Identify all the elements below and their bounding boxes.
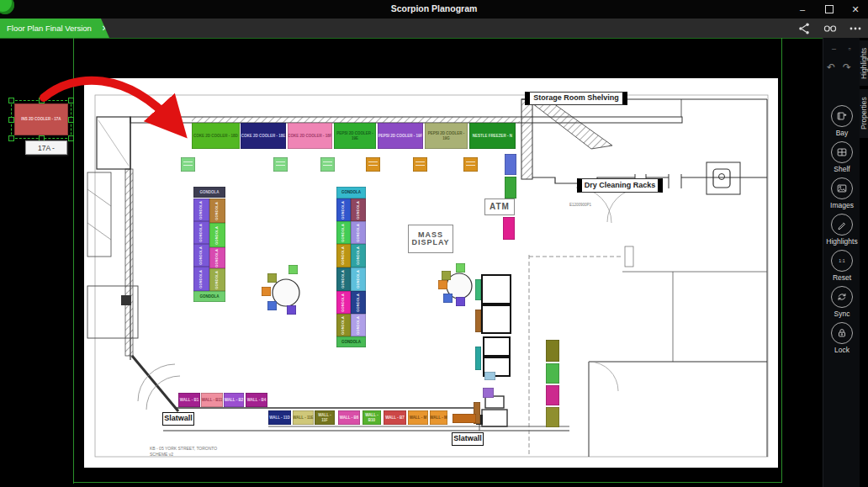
panel-tab-highlights[interactable]: Highlights [860,40,868,86]
wall-block[interactable]: WALL - B11 [201,393,223,407]
table-display-item[interactable] [267,273,277,283]
gondola-end-cap[interactable]: GONDOLA [193,187,225,198]
image-selection-frame-right[interactable] [781,38,782,483]
atm-label[interactable]: ATM [484,199,515,215]
cooler-block[interactable]: COKE 2D COOLER - 18F [288,123,332,149]
equipment-block[interactable] [484,372,495,380]
share-icon[interactable] [797,22,812,35]
mini-display-block[interactable] [273,157,288,172]
table-display-item[interactable] [267,301,277,310]
selection-handle[interactable] [39,98,45,103]
gondola-section[interactable]: GONDOLA [193,267,209,291]
image-selection-frame-bottom[interactable] [73,482,782,483]
gondola-section[interactable]: GONDOLA [336,221,351,244]
slatwall-label[interactable]: Slatwall [162,412,194,426]
wall-block[interactable]: WALL - M [430,410,447,425]
gondola-section[interactable]: GONDOLA [351,199,366,221]
shelf-strip-block[interactable] [475,310,481,332]
gondola-end-cap[interactable]: GONDOLA [193,291,225,302]
slatwall-label[interactable]: Slatwall [452,432,484,446]
panel-collapse-controls[interactable]: – ▫ [832,45,856,53]
tool-lock[interactable]: Lock [831,322,853,354]
gondola-section[interactable]: GONDOLA [351,314,366,336]
gondola-end-cap[interactable]: GONDOLA [336,187,366,199]
selection-handle[interactable] [68,135,74,141]
shelf-strip-block[interactable] [475,347,481,370]
table-display-item[interactable] [443,294,453,303]
tool-images[interactable]: Images [830,177,854,209]
selection-handle[interactable] [68,98,74,103]
cooler-block[interactable]: PEPSI 2D COOLER - 19E [334,123,376,149]
cooler-block[interactable]: COKE 2D COOLER - 18D [192,123,240,149]
equipment-block[interactable] [483,388,494,398]
mini-display-block[interactable] [320,157,335,172]
mass-display-label[interactable]: MASS DISPLAY [408,225,453,253]
image-selection-frame-left[interactable] [73,38,74,484]
table-display-item[interactable] [456,263,465,273]
binoculars-icon[interactable] [823,22,838,35]
table-display-item[interactable] [262,287,271,296]
dry-cleaning-racks-label[interactable]: Dry Cleaning Racks [577,178,663,193]
ins-2d-cooler-block[interactable]: INS 2D COOLER - 17A [14,103,68,135]
table-display-item[interactable] [442,271,451,280]
wall-strip-block[interactable] [505,177,516,199]
gondola-section[interactable]: GONDOLA [336,267,351,291]
gondola-section[interactable]: GONDOLA [193,244,209,267]
mini-display-block[interactable] [413,157,427,172]
wall-block[interactable]: WALL - B4 [246,393,267,407]
wall-block[interactable] [453,414,476,423]
selection-handle[interactable] [8,98,14,103]
table-display-item[interactable] [287,305,296,315]
gondola-section[interactable]: GONDOLA [336,291,351,314]
wall-block[interactable]: WALL - B7 [384,410,406,425]
wall-strip-block[interactable] [503,217,515,240]
wall-block[interactable]: WALL - M [408,410,428,425]
tool-shelf[interactable]: Shelf [831,141,853,173]
mini-display-block[interactable] [181,157,195,172]
selection-handle[interactable] [68,117,74,123]
table-display-item[interactable] [438,280,447,289]
mini-display-block[interactable] [463,157,478,172]
table-display-item[interactable] [456,297,465,306]
cooler-block[interactable]: PEPSI 2D COOLER - 19G [425,123,468,149]
shelf-strip-block[interactable] [475,279,481,300]
gondola-end-cap[interactable]: GONDOLA [336,336,366,347]
wall-block[interactable]: WALL - B10 [363,410,381,425]
floorplan-canvas[interactable]: COKE 2D COOLER - 18DCOKE 2D COOLER - 18E… [84,78,778,468]
wall-block[interactable]: WALL - 11D [268,410,291,425]
wall-block[interactable]: WALL - 11E [293,410,314,425]
wall-stack-block[interactable] [546,407,559,427]
cooler-block[interactable]: COKE 2D COOLER - 18E [241,123,286,149]
undo-icon[interactable]: ↶ [827,61,843,73]
cooler-block[interactable]: NESTLE FREEZER - N [469,123,516,149]
tab-floor-plan-final-version[interactable]: Floor Plan Final Version ✕ [0,19,109,38]
redo-icon[interactable]: ↷ [843,61,859,73]
wall-block[interactable]: WALL - B1 [178,393,200,407]
gondola-section[interactable]: GONDOLA [351,221,366,244]
gondola-section[interactable]: GONDOLA [336,199,351,221]
gondola-section[interactable]: GONDOLA [351,244,366,267]
mini-display-block[interactable] [366,157,380,172]
tool-bay[interactable]: Bay [831,105,853,137]
gondola-section[interactable]: GONDOLA [351,267,366,291]
more-options-icon[interactable] [848,22,863,35]
wall-stack-block[interactable] [546,385,559,405]
gondola-section[interactable]: GONDOLA [209,247,225,268]
selection-handle[interactable] [8,117,14,123]
tool-reset[interactable]: 1:1Reset [831,250,853,282]
wall-stack-block[interactable] [546,340,559,362]
tool-highlights[interactable]: Highlights [826,214,857,246]
minimize-button[interactable]: – [791,0,814,19]
wall-strip-block[interactable] [505,154,516,175]
close-button[interactable]: ✕ [844,0,867,19]
tab-close-icon[interactable]: ✕ [102,24,108,33]
gondola-section[interactable]: GONDOLA [193,221,209,244]
wall-block[interactable]: WALL - B2 [224,393,244,407]
gondola-section[interactable]: GONDOLA [209,268,225,291]
table-display-item[interactable] [288,265,298,274]
selection-handle[interactable] [8,135,14,141]
gondola-section[interactable]: GONDOLA [209,223,225,247]
gondola-section[interactable]: GONDOLA [209,199,225,223]
wall-stack-block[interactable] [546,363,559,384]
cooler-block[interactable]: PEPSI 2D COOLER - 19F [378,123,423,149]
